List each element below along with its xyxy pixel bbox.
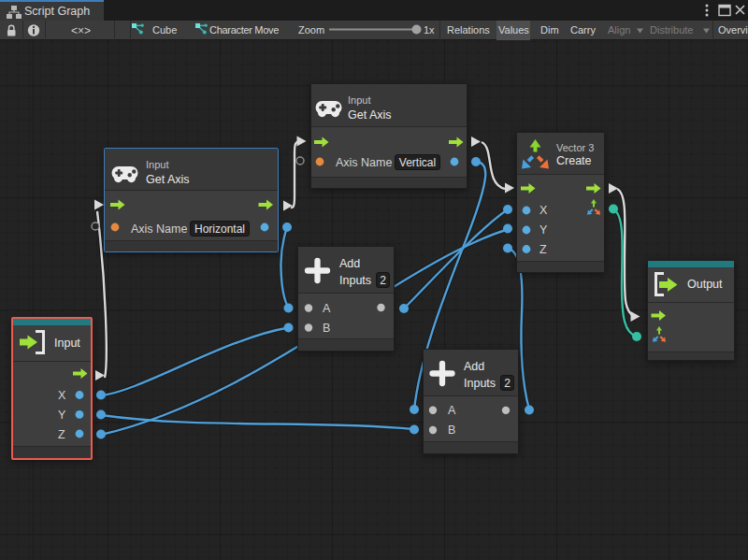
svg-text:<×>: <×> <box>71 24 91 37</box>
